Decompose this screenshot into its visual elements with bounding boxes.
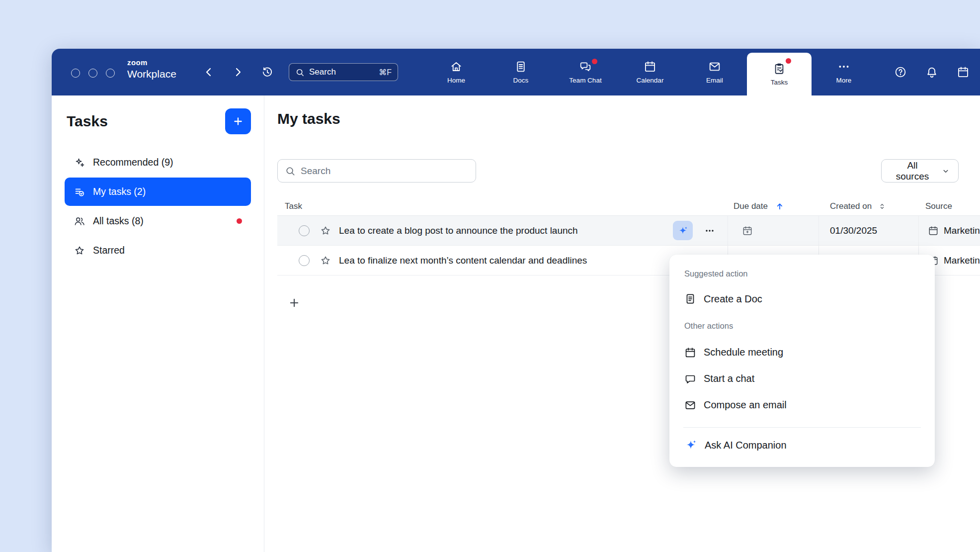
- doc-icon: [684, 293, 696, 305]
- sources-filter-dropdown[interactable]: All sources: [881, 159, 959, 183]
- menu-item-label: Start a chat: [704, 373, 754, 384]
- source-cell[interactable]: Marketing: [918, 216, 980, 245]
- star-icon[interactable]: [320, 255, 331, 267]
- menu-item-label: Ask AI Companion: [705, 440, 787, 451]
- ai-companion-button[interactable]: [673, 221, 693, 240]
- sparkles-icon: [74, 157, 85, 169]
- calendar-icon: [684, 347, 696, 359]
- all-tasks-notification-dot: [237, 218, 242, 224]
- my-tasks-panel: My tasks All sources Task Due date Cre: [265, 95, 980, 552]
- nav-label: More: [836, 77, 852, 84]
- menu-section-header: Other actions: [669, 312, 935, 339]
- menu-item-create-doc[interactable]: Create a Doc: [669, 285, 935, 312]
- tasks-notification-dot: [786, 58, 791, 64]
- mini-calendar-button[interactable]: [957, 66, 970, 79]
- chevron-left-icon: [203, 66, 215, 78]
- chat-bubble-icon: [684, 373, 696, 385]
- window-controls[interactable]: [71, 69, 115, 78]
- row-more-button[interactable]: [701, 222, 719, 240]
- table-row[interactable]: Lea to create a blog post to announce th…: [277, 216, 980, 246]
- sidebar-item-all-tasks[interactable]: All tasks (8): [65, 207, 251, 235]
- global-search-placeholder: Search: [309, 67, 336, 77]
- email-icon: [708, 60, 721, 73]
- source-value: Marketing: [944, 225, 980, 236]
- column-task: Task: [277, 201, 728, 211]
- nav-label: Team Chat: [569, 77, 601, 84]
- topbar-utilities: [894, 49, 970, 95]
- nav-label: Calendar: [637, 77, 664, 84]
- task-actions-menu: Suggested action Create a Doc Other acti…: [669, 255, 935, 467]
- task-complete-checkbox[interactable]: [299, 255, 310, 266]
- task-title[interactable]: Lea to finalize next month’s content cal…: [339, 255, 587, 266]
- forward-button[interactable]: [232, 66, 244, 78]
- add-task-inline-button[interactable]: [288, 294, 305, 311]
- nav-label: Tasks: [771, 79, 788, 86]
- calendar-icon: [957, 66, 970, 79]
- menu-item-compose-email[interactable]: Compose an email: [669, 392, 935, 418]
- history-button[interactable]: [261, 66, 273, 78]
- topbar: zoom Workplace Search ⌘F Home: [52, 49, 980, 95]
- sort-ascending-icon[interactable]: [775, 201, 785, 211]
- sort-toggle-icon[interactable]: [878, 202, 887, 211]
- home-icon: [450, 60, 463, 73]
- sidebar-item-starred[interactable]: Starred: [65, 236, 251, 265]
- desktop-background: zoom Workplace Search ⌘F Home: [0, 0, 980, 552]
- team-chat-notification-dot: [592, 59, 597, 64]
- nav-label: Email: [706, 77, 723, 84]
- tasks-search-input[interactable]: [301, 166, 469, 177]
- nav-team-chat[interactable]: Team Chat: [553, 49, 618, 95]
- sidebar-item-recommended[interactable]: Recommended (9): [65, 148, 251, 177]
- column-due-date[interactable]: Due date: [728, 201, 818, 211]
- menu-item-schedule-meeting[interactable]: Schedule meeting: [669, 339, 935, 366]
- ellipsis-icon: [704, 225, 716, 237]
- nav-calendar[interactable]: Calendar: [618, 49, 682, 95]
- sources-filter-value: All sources: [890, 160, 935, 182]
- menu-section-header: Suggested action: [669, 267, 935, 280]
- search-icon: [285, 166, 296, 177]
- global-search[interactable]: Search ⌘F: [289, 63, 398, 81]
- star-icon[interactable]: [320, 225, 331, 237]
- bell-icon: [925, 66, 938, 79]
- source-value: Marketing: [944, 255, 980, 266]
- menu-item-label: Create a Doc: [704, 293, 762, 305]
- window-control-3[interactable]: [106, 69, 115, 78]
- column-created-on[interactable]: Created on: [818, 201, 918, 211]
- help-button[interactable]: [894, 66, 907, 79]
- logo-workplace-text: Workplace: [127, 68, 176, 80]
- nav-docs[interactable]: Docs: [489, 49, 553, 95]
- nav-label: Home: [447, 77, 465, 84]
- zoom-workplace-window: zoom Workplace Search ⌘F Home: [52, 49, 980, 552]
- topbar-nav: Home Docs Team Chat Calendar Emai: [424, 49, 876, 95]
- nav-home[interactable]: Home: [424, 49, 489, 95]
- tasks-search[interactable]: [277, 159, 476, 183]
- task-list-icon: [74, 186, 85, 198]
- notifications-button[interactable]: [925, 66, 938, 79]
- menu-item-start-chat[interactable]: Start a chat: [669, 366, 935, 392]
- tasks-sidebar: Tasks Recommended (9) My tasks (2) All t…: [52, 95, 264, 552]
- column-created-on-label: Created on: [830, 201, 872, 211]
- calendar-icon: [928, 225, 939, 236]
- add-due-date-button[interactable]: [742, 225, 753, 236]
- help-icon: [894, 66, 907, 79]
- sidebar-item-label: Starred: [93, 245, 125, 256]
- nav-tasks[interactable]: Tasks: [747, 53, 812, 95]
- created-on-value: 01/30/2025: [818, 216, 918, 245]
- logo-zoom-text: zoom: [127, 59, 176, 67]
- task-title[interactable]: Lea to create a blog post to announce th…: [339, 225, 578, 236]
- sidebar-item-my-tasks[interactable]: My tasks (2): [65, 178, 251, 206]
- add-task-button[interactable]: [225, 108, 251, 134]
- column-source: Source: [918, 201, 980, 211]
- window-control-1[interactable]: [71, 69, 80, 78]
- sidebar-nav: Recommended (9) My tasks (2) All tasks (…: [52, 148, 264, 265]
- team-chat-icon: [579, 60, 592, 73]
- sidebar-item-label: Recommended (9): [93, 157, 173, 168]
- nav-more[interactable]: More: [812, 49, 876, 95]
- window-control-2[interactable]: [88, 69, 97, 78]
- task-complete-checkbox[interactable]: [299, 225, 310, 236]
- search-icon: [295, 68, 305, 77]
- table-header: Task Due date Created on Source: [277, 197, 980, 216]
- nav-email[interactable]: Email: [682, 49, 747, 95]
- back-button[interactable]: [203, 66, 215, 78]
- menu-item-ask-ai-companion[interactable]: Ask AI Companion: [669, 432, 935, 459]
- sidebar-item-label: All tasks (8): [93, 215, 144, 227]
